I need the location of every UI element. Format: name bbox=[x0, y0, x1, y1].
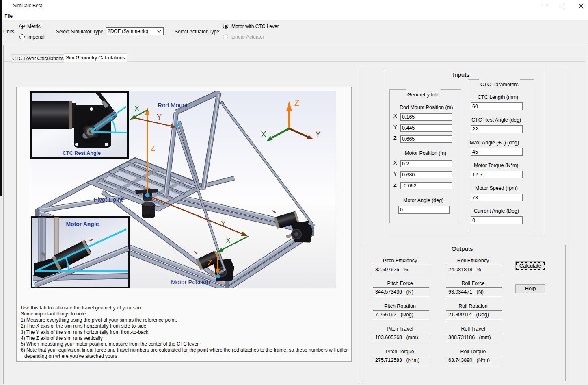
svg-text:Y: Y bbox=[221, 220, 226, 228]
svg-text:Z: Z bbox=[294, 98, 299, 107]
svg-text:Motor Angle: Motor Angle bbox=[66, 221, 99, 227]
svg-text:X: X bbox=[134, 104, 139, 113]
svg-text:-Z: -Z bbox=[205, 258, 212, 267]
svg-text:Y: Y bbox=[157, 113, 162, 121]
svg-text:Rod Mount: Rod Mount bbox=[158, 102, 188, 109]
svg-text:X: X bbox=[261, 130, 266, 139]
svg-text:CTC Rest Angle: CTC Rest Angle bbox=[63, 150, 101, 156]
svg-text:X: X bbox=[226, 237, 231, 245]
svg-text:Motor Position: Motor Position bbox=[171, 278, 210, 285]
svg-text:Y: Y bbox=[315, 130, 320, 139]
svg-text:Z: Z bbox=[151, 144, 155, 152]
svg-text:Pivot Point: Pivot Point bbox=[93, 196, 123, 203]
